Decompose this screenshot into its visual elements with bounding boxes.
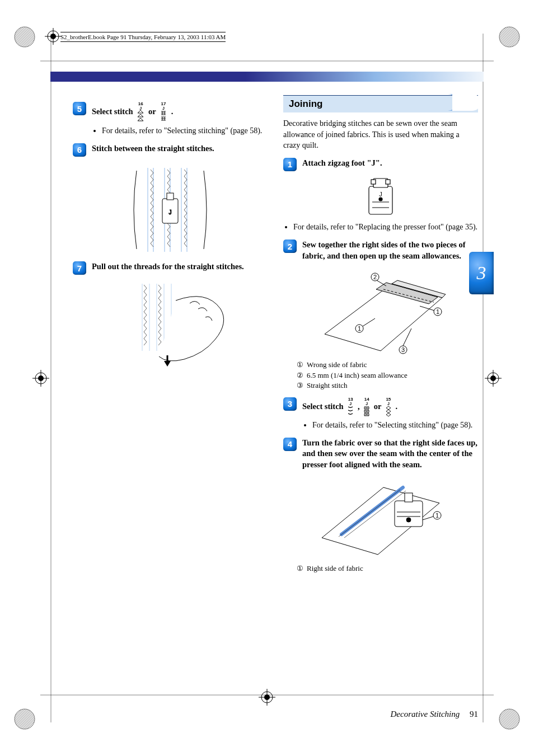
top-accent-bar: [50, 72, 484, 82]
stitch-16-icon: 16 J: [137, 102, 144, 123]
book-header: S2_brotherE.book Page 91 Thursday, Febru…: [60, 32, 226, 42]
step-3: 3 Select stitch 13 J , 14 J or: [283, 397, 478, 431]
svg-point-35: [406, 518, 411, 522]
page-footer: Decorative Stitching 91: [391, 710, 478, 719]
step-badge: 1: [283, 158, 297, 171]
step-2: 2 Sew together the right sides of the tw…: [283, 240, 478, 261]
crop-ornament-icon: [497, 25, 522, 49]
svg-text:1: 1: [435, 512, 439, 519]
step-4-title: Turn the fabric over so that the right s…: [302, 438, 478, 471]
step-1: 1 Attach zigzag foot "J".: [283, 158, 478, 169]
step-6-title: Stitch between the straight stitches.: [92, 143, 268, 154]
svg-point-1: [499, 27, 519, 47]
step-7-title: Pull out the threads for the straight st…: [92, 261, 268, 273]
step-1-illustration: J: [283, 174, 478, 219]
chapter-number: 3: [477, 262, 486, 284]
stitch-17-icon: 17 J: [160, 102, 167, 123]
footer-section-title: Decorative Stitching: [391, 710, 460, 719]
svg-text:3: 3: [401, 346, 405, 353]
step-1-title: Attach zigzag foot "J".: [302, 158, 478, 169]
step-4-illustration: 1: [283, 476, 478, 560]
text: or: [148, 107, 156, 116]
text: Select stitch: [302, 402, 345, 411]
crop-ornament-icon: [12, 707, 37, 731]
callout-num: ②: [297, 370, 303, 381]
crop-line: [480, 34, 486, 722]
detail-text: For details, refer to "Selecting stitchi…: [102, 126, 268, 137]
text: Select stitch: [92, 107, 135, 116]
callout-text: 6.5 mm (1/4 inch) seam allowance: [307, 370, 407, 381]
crop-line: [48, 34, 54, 722]
crop-line: [40, 58, 494, 64]
step-2-title: Sew together the right sides of the two …: [302, 240, 478, 261]
header-register-icon: [45, 28, 62, 47]
text: .: [396, 402, 398, 411]
content-columns: 5 Select stitch 16 J or 17 J .: [73, 95, 478, 689]
step-1-detail: For details, refer to "Replacing the pre…: [291, 222, 478, 233]
foot-label: J: [379, 191, 382, 198]
step-4-callouts: ①Right side of fabric: [297, 564, 478, 574]
callout-text: Right side of fabric: [307, 564, 363, 574]
svg-text:2: 2: [373, 274, 377, 280]
text: or: [374, 402, 381, 411]
svg-point-0: [15, 27, 35, 47]
step-4: 4 Turn the fabric over so that the right…: [283, 438, 478, 471]
callout-num: ①: [297, 360, 303, 370]
svg-rect-23: [386, 180, 390, 184]
stitch-15-icon: 15 J: [385, 397, 392, 417]
page: S2_brotherE.book Page 91 Thursday, Febru…: [0, 0, 534, 756]
left-column: 5 Select stitch 16 J or 17 J .: [73, 95, 268, 689]
callout-text: Wrong side of fabric: [307, 360, 367, 370]
svg-rect-22: [371, 180, 376, 184]
svg-text:1: 1: [436, 308, 439, 315]
footer-page-number: 91: [470, 710, 478, 719]
section-intro: Decorative bridging stitches can be sewn…: [283, 118, 478, 151]
step-badge: 6: [73, 143, 86, 157]
step-badge: 3: [283, 397, 297, 411]
callout-text: Straight stitch: [307, 381, 348, 391]
book-header-text: S2_brotherE.book Page 91 Thursday, Febru…: [60, 32, 226, 42]
step-2-callouts: ①Wrong side of fabric ②6.5 mm (1/4 inch)…: [297, 360, 478, 391]
svg-point-2: [15, 709, 35, 729]
step-badge: 4: [283, 438, 297, 451]
section-tab-icon: [448, 94, 481, 111]
step-7: 7 Pull out the threads for the straight …: [73, 261, 268, 273]
right-column: Joining Decorative bridging stitches can…: [283, 95, 478, 689]
crop-ornament-icon: [497, 707, 522, 731]
svg-point-3: [499, 709, 519, 729]
step-badge: 2: [283, 240, 297, 253]
detail-text: For details, refer to "Replacing the pre…: [293, 222, 478, 233]
step-2-illustration: 2 1 1 3: [283, 267, 478, 356]
section-heading: Joining: [283, 95, 478, 112]
svg-rect-33: [395, 501, 423, 527]
svg-text:J: J: [169, 209, 172, 215]
callout-num: ①: [297, 564, 303, 574]
step-6-illustration: J: [73, 159, 268, 255]
detail-text: For details, refer to "Selecting stitchi…: [312, 420, 478, 431]
text: .: [171, 107, 174, 116]
step-3-detail: For details, refer to "Selecting stitchi…: [310, 420, 478, 431]
step-badge: 7: [73, 261, 86, 275]
step-3-title: Select stitch 13 J , 14 J or 15: [302, 397, 478, 417]
svg-rect-34: [405, 493, 413, 502]
text: ,: [358, 402, 360, 411]
section-title: Joining: [289, 98, 322, 109]
step-5: 5 Select stitch 16 J or 17 J .: [73, 102, 268, 137]
step-badge: 5: [73, 102, 86, 115]
step-6: 6 Stitch between the straight stitches.: [73, 143, 268, 154]
stitch-13-icon: 13 J: [347, 397, 354, 417]
svg-text:1: 1: [358, 325, 361, 332]
svg-rect-19: [167, 193, 174, 200]
svg-point-24: [379, 198, 382, 201]
crop-ornament-icon: [12, 25, 37, 49]
step-7-illustration: [73, 278, 268, 368]
registration-mark-icon: [485, 370, 502, 387]
step-5-detail: For details, refer to "Selecting stitchi…: [100, 126, 268, 137]
callout-num: ③: [297, 381, 303, 391]
step-5-title: Select stitch 16 J or 17 J .: [92, 102, 268, 123]
crop-line: [40, 692, 494, 698]
stitch-14-icon: 14 J: [363, 397, 370, 417]
registration-mark-icon: [32, 370, 49, 387]
